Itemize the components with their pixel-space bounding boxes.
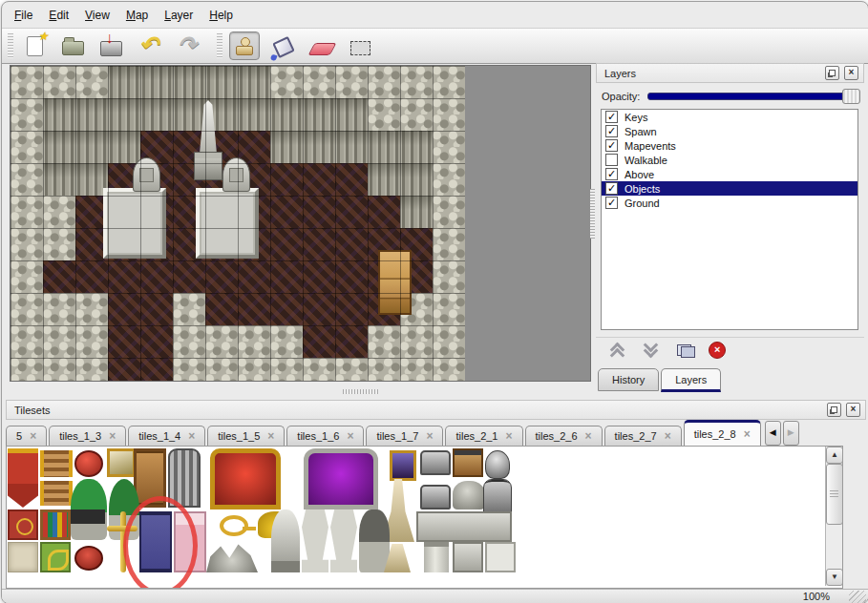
palette-tile-bookshelf[interactable] — [40, 509, 71, 540]
map-tile[interactable] — [43, 131, 75, 163]
map-tile[interactable] — [43, 196, 75, 228]
layer-checkbox[interactable]: ✓ — [605, 182, 618, 195]
eraser-button[interactable] — [307, 32, 336, 59]
map-tile[interactable] — [335, 163, 368, 196]
palette-tile-banner-green[interactable] — [40, 542, 71, 572]
map-tile[interactable] — [433, 358, 465, 382]
toolbar-handle[interactable] — [217, 33, 222, 58]
palette-scrollbar[interactable]: ▲ ▼ — [825, 447, 842, 586]
map-tile[interactable] — [303, 260, 335, 293]
tab-close-icon[interactable]: × — [744, 427, 751, 441]
map-tile[interactable] — [400, 196, 433, 228]
tileset-tab-tiles_1_3[interactable]: tiles_1_3× — [49, 426, 126, 446]
map-tile[interactable] — [173, 358, 205, 382]
tab-close-icon[interactable]: × — [347, 429, 353, 443]
tile-palette[interactable] — [8, 448, 819, 588]
map-tile[interactable] — [205, 358, 238, 382]
map-tile[interactable] — [368, 98, 400, 131]
map-object-platform[interactable] — [103, 188, 166, 259]
delete-layer-button[interactable]: × — [708, 342, 727, 359]
tab-layers[interactable]: Layers — [661, 368, 721, 392]
menu-map[interactable]: Map — [126, 9, 148, 22]
layer-checkbox[interactable]: ✓ — [605, 168, 618, 180]
scroll-down-button[interactable]: ▼ — [826, 569, 843, 586]
map-tile[interactable] — [238, 293, 270, 325]
fill-bucket-button[interactable] — [269, 32, 298, 59]
map-tile[interactable] — [205, 325, 238, 358]
map-tile[interactable] — [43, 325, 75, 358]
map-tile[interactable] — [303, 66, 335, 98]
layer-row-keys[interactable]: ✓Keys — [602, 110, 857, 124]
layer-checkbox[interactable]: ✓ — [605, 125, 618, 137]
map-tile[interactable] — [270, 260, 303, 293]
map-tile[interactable] — [11, 196, 43, 228]
tileset-tab-tiles_2_7[interactable]: tiles_2_7× — [604, 426, 682, 446]
map-tile[interactable] — [43, 293, 75, 325]
palette-tile-banner-red[interactable] — [8, 448, 38, 508]
undo-button[interactable] — [135, 32, 163, 59]
map-tile[interactable] — [11, 325, 43, 358]
map-tile[interactable] — [400, 66, 433, 98]
tileset-tab-tiles_2_8[interactable]: tiles_2_8× — [684, 420, 761, 446]
palette-tile-pillar[interactable] — [424, 542, 449, 572]
map-tile[interactable] — [140, 325, 173, 358]
map-tile[interactable] — [335, 358, 368, 382]
layer-row-ground[interactable]: ✓Ground — [602, 196, 857, 210]
tileset-tab-tiles_2_6[interactable]: tiles_2_6× — [525, 426, 603, 446]
rect-select-button[interactable] — [346, 32, 374, 59]
map-tile[interactable] — [238, 131, 270, 163]
map-tile[interactable] — [368, 66, 400, 98]
map-tile[interactable] — [270, 196, 303, 228]
open-folder-button[interactable] — [58, 32, 87, 59]
resize-grip[interactable] — [849, 591, 866, 603]
map-tile[interactable] — [433, 325, 465, 358]
scrollbar-thumb[interactable] — [826, 464, 843, 525]
map-tile[interactable] — [108, 358, 140, 382]
tab-close-icon[interactable]: × — [585, 429, 592, 443]
palette-tile-statue-hooded[interactable] — [271, 509, 300, 572]
tileset-tab-tiles_1_6[interactable]: tiles_1_6× — [286, 426, 364, 446]
layer-row-spawn[interactable]: ✓Spawn — [602, 124, 857, 138]
map-tile[interactable] — [43, 358, 75, 382]
map-tile[interactable] — [368, 196, 400, 228]
palette-tile-banner-seal[interactable] — [8, 509, 38, 540]
map-tile[interactable] — [270, 98, 303, 131]
map-tile[interactable] — [140, 98, 173, 131]
map-tile[interactable] — [43, 163, 75, 196]
layer-checkbox[interactable] — [605, 154, 618, 166]
map-tile[interactable] — [238, 98, 270, 131]
palette-tile-gargoyle-pot[interactable] — [359, 509, 390, 572]
map-tile[interactable] — [270, 358, 303, 382]
map-tile[interactable] — [238, 325, 270, 358]
palette-tile-chest-metal[interactable] — [420, 485, 451, 509]
map-tile[interactable] — [173, 260, 205, 293]
map-tile[interactable] — [11, 358, 43, 382]
map-tile[interactable] — [400, 358, 433, 382]
tab-scroll-right-button[interactable]: ▶ — [783, 421, 799, 446]
map-object-cabinet[interactable] — [378, 250, 412, 315]
map-tile[interactable] — [75, 325, 108, 358]
map-tile[interactable] — [270, 163, 303, 196]
tab-close-icon[interactable]: × — [665, 429, 671, 443]
map-tile[interactable] — [75, 98, 108, 131]
map-tile[interactable] — [270, 66, 303, 98]
map-tile[interactable] — [205, 260, 238, 293]
map-tile[interactable] — [303, 163, 335, 196]
palette-tile-portrait[interactable] — [390, 450, 416, 481]
map-tile[interactable] — [335, 66, 368, 98]
map-tile[interactable] — [75, 358, 108, 382]
map-tile[interactable] — [433, 228, 465, 260]
stamp-button[interactable] — [229, 31, 260, 60]
menu-view[interactable]: View — [85, 9, 110, 22]
palette-tile-statue-angel[interactable] — [302, 509, 328, 572]
palette-tile-block-light[interactable] — [485, 542, 516, 572]
map-tile[interactable] — [303, 228, 335, 260]
float-panel-icon[interactable] — [827, 403, 841, 417]
opacity-slider[interactable] — [647, 93, 859, 100]
map-tile[interactable] — [140, 293, 173, 325]
map-tile[interactable] — [400, 98, 433, 131]
map-tile[interactable] — [11, 293, 43, 325]
map-tile[interactable] — [433, 196, 465, 228]
map-tile[interactable] — [400, 131, 433, 163]
map-tile[interactable] — [368, 163, 400, 196]
